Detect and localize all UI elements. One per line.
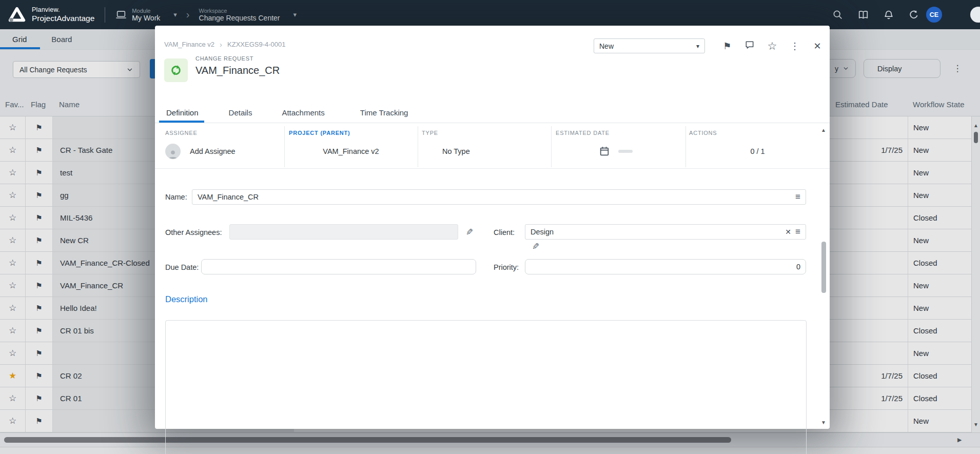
name-input-value: VAM_Finance_CR — [198, 193, 259, 201]
client-input-value: Design — [531, 228, 554, 236]
favorite-star-icon[interactable]: ☆ — [767, 40, 778, 52]
field-menu-hamburger-icon[interactable]: ≡ — [795, 227, 800, 237]
name-field-label: Name: — [165, 193, 187, 201]
summary-separator — [551, 126, 552, 167]
breadcrumb-separator-icon: › — [220, 40, 222, 49]
description-editor[interactable] — [165, 320, 807, 454]
estimated-date-label: ESTIMATED DATE — [556, 130, 610, 136]
workspace-label: Workspace — [199, 8, 280, 14]
priority-label: Priority: — [494, 263, 519, 271]
app-window: Planview. ProjectAdvantage Module My Wor… — [0, 0, 980, 454]
actions-count[interactable]: 0 / 1 — [685, 143, 830, 160]
page-title: VAM_Finance_CR — [195, 65, 280, 76]
brand: Planview. ProjectAdvantage — [32, 6, 94, 23]
entity-type-label: CHANGE REQUEST — [195, 55, 253, 62]
planview-logo-icon — [7, 5, 27, 25]
breadcrumb-id: KZXXEGS9-4-0001 — [227, 41, 285, 48]
workflow-status-dropdown[interactable]: New ▾ — [594, 38, 705, 53]
estimated-date-value[interactable] — [599, 143, 633, 160]
project-parent-label[interactable]: PROJECT (PARENT) — [289, 130, 350, 136]
topbar-actions — [832, 0, 919, 29]
close-icon[interactable]: ✕ — [812, 41, 823, 52]
module-label: Module — [132, 8, 160, 14]
refresh-icon[interactable] — [908, 9, 919, 21]
search-icon[interactable] — [832, 9, 844, 21]
actions-label: ACTIONS — [689, 130, 717, 136]
project-parent-value[interactable]: VAM_Finance v2 — [284, 143, 418, 160]
change-request-modal: VAM_Finance v2 › KZXXEGS9-4-0001 New ▾ ⚑… — [155, 26, 830, 429]
module-caret-icon[interactable]: ▾ — [173, 11, 177, 18]
description-heading[interactable]: Description — [165, 294, 208, 304]
modal-scrollbar[interactable]: ▲ ▼ — [820, 126, 828, 429]
modal-header-actions: ⚑ ☆ ⋮ ✕ — [721, 38, 823, 53]
add-assignee-button[interactable]: Add Assignee — [165, 143, 236, 160]
chevron-down-icon: ▾ — [696, 43, 699, 50]
calendar-icon — [599, 146, 610, 157]
due-date-label: Due Date: — [165, 263, 199, 271]
change-request-type-icon — [164, 58, 188, 82]
tab-details[interactable]: Details — [224, 108, 257, 117]
workspace-switcher[interactable]: Workspace Change Requests Center ▾ — [199, 8, 297, 22]
field-menu-hamburger-icon[interactable]: ≡ — [795, 192, 800, 202]
name-input[interactable]: VAM_Finance_CR ≡ — [192, 189, 806, 205]
assignee-label: ASSIGNEE — [165, 130, 198, 136]
module-switcher[interactable]: Module My Work ▾ — [115, 8, 177, 22]
breadcrumb-chevron-icon: › — [186, 9, 190, 21]
tab-time-tracking[interactable]: Time Tracking — [356, 108, 413, 117]
scroll-up-icon[interactable]: ▲ — [821, 127, 826, 133]
empty-date-dash — [618, 150, 633, 153]
type-value: No Type — [442, 143, 470, 160]
workspace-caret-icon[interactable]: ▾ — [293, 11, 297, 18]
type-label: TYPE — [422, 130, 438, 136]
tab-attachments[interactable]: Attachments — [277, 108, 329, 117]
secondary-avatar-partial — [970, 7, 980, 23]
breadcrumb: VAM_Finance v2 › KZXXEGS9-4-0001 — [164, 40, 285, 49]
client-field-label: Client: — [494, 228, 515, 236]
laptop-icon — [115, 9, 127, 21]
edit-other-assignees-pencil-icon[interactable]: ✎ — [466, 227, 473, 238]
edit-type-pencil-icon[interactable]: ✎ — [532, 241, 539, 252]
comment-icon[interactable] — [744, 40, 755, 52]
clear-client-icon[interactable]: ✕ — [785, 228, 791, 236]
brand-line1: Planview. — [32, 6, 94, 13]
person-avatar-icon — [165, 144, 181, 159]
module-value: My Work — [132, 14, 160, 22]
tab-definition[interactable]: Definition — [162, 108, 203, 117]
more-options-kebab-icon[interactable]: ⋮ — [789, 41, 800, 52]
top-bar: Planview. ProjectAdvantage Module My Wor… — [0, 0, 980, 29]
summary-separator — [418, 126, 418, 167]
topbar-divider — [105, 7, 105, 23]
breadcrumb-parent[interactable]: VAM_Finance v2 — [164, 41, 214, 48]
other-assignees-label: Other Assignees: — [165, 228, 222, 236]
due-date-input[interactable] — [201, 259, 476, 274]
user-avatar[interactable]: CE — [926, 7, 942, 23]
add-assignee-text: Add Assignee — [190, 147, 236, 155]
flag-icon[interactable]: ⚑ — [721, 41, 733, 52]
modal-scrollbar-thumb[interactable] — [821, 242, 826, 293]
priority-input[interactable]: 0 — [525, 259, 806, 274]
workflow-status-value: New — [599, 42, 614, 50]
summary-band: ASSIGNEE PROJECT (PARENT) TYPE ESTIMATED… — [155, 123, 830, 169]
modal-tab-bar: Definition Details Attachments Time Trac… — [162, 103, 413, 123]
scroll-down-icon[interactable]: ▼ — [821, 420, 826, 425]
client-input[interactable]: Design ✕ ≡ — [525, 224, 806, 240]
notifications-bell-icon[interactable] — [883, 9, 894, 21]
priority-value: 0 — [796, 263, 800, 271]
workspace-value: Change Requests Center — [199, 14, 280, 22]
brand-line2: ProjectAdvantage — [32, 14, 94, 23]
help-book-icon[interactable] — [857, 9, 869, 21]
other-assignees-input[interactable] — [229, 224, 458, 240]
